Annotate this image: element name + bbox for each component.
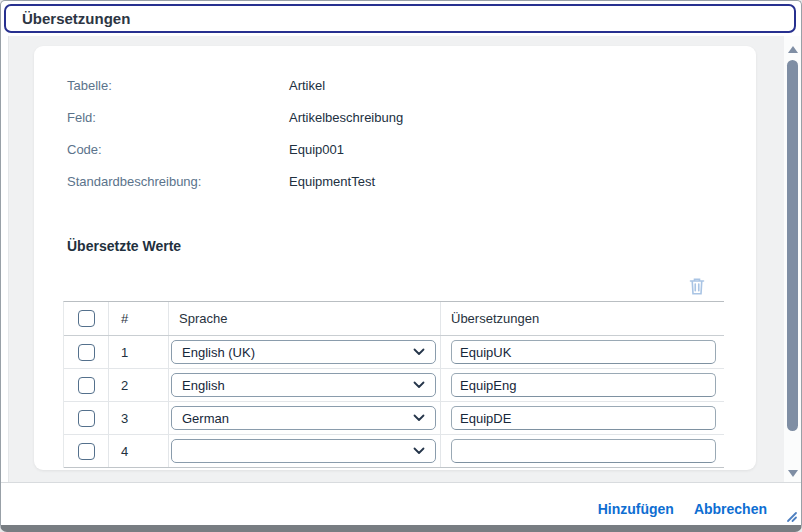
field-value: Equip001 (289, 142, 344, 157)
language-select-value: English (182, 378, 225, 393)
header-language-cell: Sprache (169, 302, 441, 335)
row-checkbox-cell (64, 369, 109, 401)
row-translation-cell (441, 402, 724, 434)
row-checkbox[interactable] (78, 377, 95, 394)
row-number: 3 (109, 402, 169, 434)
column-header-translation: Übersetzungen (451, 311, 539, 326)
scroll-up-arrow-icon[interactable] (788, 46, 798, 53)
select-all-checkbox[interactable] (78, 310, 95, 327)
field-row-table: Tabelle: Artikel (67, 78, 627, 96)
dialog-title: Übersetzungen (22, 10, 130, 27)
chevron-down-icon (413, 381, 425, 389)
row-checkbox-cell (64, 402, 109, 434)
delete-row-button[interactable] (685, 275, 709, 297)
row-number: 4 (109, 435, 169, 467)
column-header-number: # (121, 311, 128, 326)
row-language-cell: English (UK) (169, 336, 441, 368)
translation-input[interactable] (451, 439, 716, 463)
dialog-body: Tabelle: Artikel Feld: Artikelbeschreibu… (8, 36, 784, 482)
row-checkbox-cell (64, 336, 109, 368)
details-card: Tabelle: Artikel Feld: Artikelbeschreibu… (34, 46, 756, 470)
field-label: Code: (67, 142, 102, 157)
chevron-down-icon (413, 348, 425, 356)
row-number: 1 (109, 336, 169, 368)
dialog-footer: Hinzufügen Abbrechen (1, 482, 801, 525)
field-value: Artikel (289, 78, 325, 93)
field-label: Tabelle: (67, 78, 112, 93)
table-row: 4 (64, 435, 724, 468)
section-heading: Übersetzte Werte (67, 238, 181, 254)
language-select[interactable] (171, 439, 436, 463)
row-checkbox-cell (64, 435, 109, 467)
translations-table: # Sprache Übersetzungen 1 (63, 301, 724, 468)
table-header-row: # Sprache Übersetzungen (64, 302, 724, 336)
row-language-cell: German (169, 402, 441, 434)
trash-icon (687, 276, 707, 296)
row-checkbox[interactable] (78, 410, 95, 427)
header-number-cell: # (109, 302, 169, 335)
field-row-code: Code: Equip001 (67, 142, 627, 160)
row-language-cell: English (169, 369, 441, 401)
table-row: 1 English (UK) (64, 336, 724, 369)
translations-dialog: Übersetzungen Tabelle: Artikel Feld: Art… (0, 0, 802, 532)
field-row-default-description: Standardbeschreibung: EquipmentTest (67, 174, 627, 192)
vertical-scrollbar-thumb[interactable] (787, 60, 798, 431)
field-value: EquipmentTest (289, 174, 375, 189)
header-checkbox-cell (64, 302, 109, 335)
language-select-value: German (182, 411, 229, 426)
dialog-titlebar[interactable]: Übersetzungen (4, 4, 796, 33)
chevron-down-icon (413, 414, 425, 422)
table-row: 3 German (64, 402, 724, 435)
row-translation-cell (441, 435, 724, 467)
resize-grip[interactable] (783, 508, 798, 523)
row-translation-cell (441, 369, 724, 401)
translation-input[interactable] (451, 373, 716, 397)
field-value: Artikelbeschreibung (289, 110, 403, 125)
translation-input[interactable] (451, 340, 716, 364)
translation-input[interactable] (451, 406, 716, 430)
row-checkbox[interactable] (78, 344, 95, 361)
field-row-field: Feld: Artikelbeschreibung (67, 110, 627, 128)
field-label: Feld: (67, 110, 96, 125)
language-select-value: English (UK) (182, 345, 255, 360)
header-translation-cell: Übersetzungen (441, 302, 724, 335)
row-language-cell (169, 435, 441, 467)
row-number: 2 (109, 369, 169, 401)
cancel-button[interactable]: Abbrechen (694, 501, 767, 517)
field-label: Standardbeschreibung: (67, 174, 201, 189)
row-checkbox[interactable] (78, 443, 95, 460)
language-select[interactable]: English (UK) (171, 340, 436, 364)
add-button[interactable]: Hinzufügen (598, 501, 674, 517)
chevron-down-icon (413, 447, 425, 455)
language-select[interactable]: English (171, 373, 436, 397)
scroll-down-arrow-icon[interactable] (788, 470, 798, 477)
column-header-language: Sprache (179, 311, 227, 326)
language-select[interactable]: German (171, 406, 436, 430)
table-row: 2 English (64, 369, 724, 402)
row-translation-cell (441, 336, 724, 368)
